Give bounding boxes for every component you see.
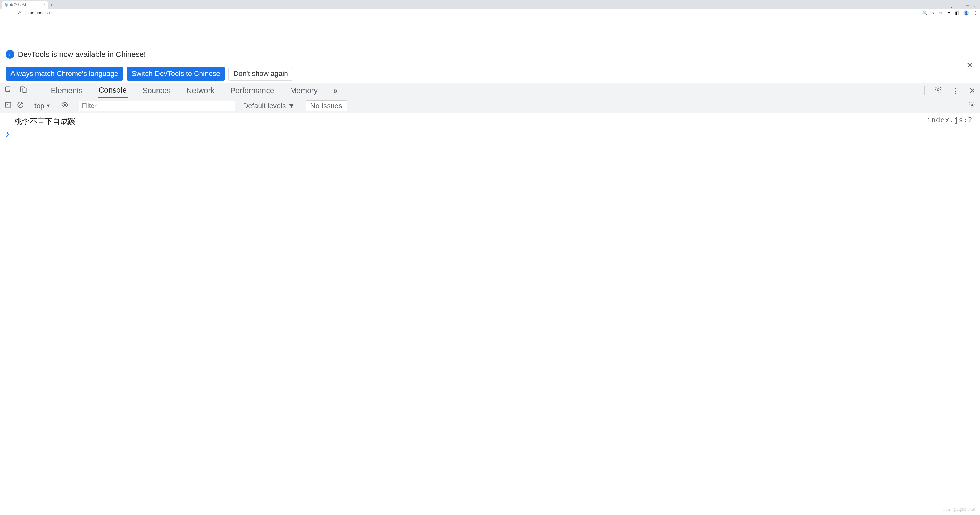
chevron-down-icon: ▼ bbox=[288, 102, 295, 110]
devtools-panel: i DevTools is now available in Chinese! … bbox=[0, 45, 980, 139]
forward-icon[interactable]: → bbox=[10, 11, 14, 15]
clear-console-icon[interactable] bbox=[17, 101, 24, 110]
language-notice: i DevTools is now available in Chinese! … bbox=[0, 45, 980, 82]
close-icon[interactable]: ✕ bbox=[966, 61, 973, 70]
tab-sources[interactable]: Sources bbox=[142, 83, 172, 98]
maximize-icon[interactable]: ☐ bbox=[966, 5, 969, 9]
globe-icon: 🌐 bbox=[5, 3, 8, 6]
dismiss-button[interactable]: Don't show again bbox=[229, 67, 293, 81]
page-viewport bbox=[0, 17, 980, 45]
sidebar-toggle-icon[interactable] bbox=[5, 101, 12, 110]
log-source-link[interactable]: index.js:2 bbox=[927, 116, 972, 124]
bookmark-icon[interactable]: ☆ bbox=[939, 11, 943, 15]
switch-language-button[interactable]: Switch DevTools to Chinese bbox=[127, 67, 225, 81]
console-log-row: 桃李不言下自成蹊 index.js:2 bbox=[0, 115, 980, 128]
divider bbox=[300, 101, 301, 110]
close-window-icon[interactable]: × bbox=[974, 5, 976, 9]
log-levels-selector[interactable]: Default levels ▼ bbox=[243, 102, 295, 110]
gear-icon[interactable] bbox=[968, 101, 975, 110]
log-message: 桃李不言下自成蹊 bbox=[13, 116, 77, 127]
console-output: 桃李不言下自成蹊 index.js:2 ❯ bbox=[0, 113, 980, 139]
url-host: localhost bbox=[30, 11, 43, 15]
console-prompt[interactable]: ❯ bbox=[0, 128, 980, 139]
tab-memory[interactable]: Memory bbox=[289, 83, 318, 98]
notice-message: DevTools is now available in Chinese! bbox=[18, 50, 146, 59]
share-icon[interactable]: < bbox=[932, 11, 935, 15]
divider bbox=[29, 101, 29, 110]
context-selector[interactable]: top ▼ bbox=[35, 102, 51, 110]
levels-label: Default levels bbox=[243, 102, 286, 110]
new-tab-button[interactable]: + bbox=[48, 2, 55, 9]
tab-network[interactable]: Network bbox=[185, 83, 215, 98]
svg-point-7 bbox=[64, 104, 66, 106]
filter-input[interactable] bbox=[79, 101, 235, 111]
tab-overflow[interactable]: » bbox=[332, 83, 339, 98]
gear-icon[interactable] bbox=[934, 86, 942, 95]
csdn-watermark: CSDN @李昊哲-小课 bbox=[942, 508, 975, 512]
close-icon[interactable]: × bbox=[43, 3, 45, 7]
svg-line-6 bbox=[19, 103, 22, 106]
zoom-icon[interactable]: 🔍 bbox=[923, 11, 928, 15]
issues-button[interactable]: No Issues bbox=[305, 100, 347, 111]
svg-rect-2 bbox=[23, 88, 26, 92]
profile-avatar-icon[interactable]: 👤 bbox=[964, 11, 969, 16]
prompt-caret-icon: ❯ bbox=[6, 130, 10, 138]
tab-performance[interactable]: Performance bbox=[229, 83, 275, 98]
console-toolbar: top ▼ Default levels ▼ No Issues bbox=[0, 98, 980, 113]
chevron-down-icon: ▼ bbox=[46, 103, 51, 108]
extensions-icon[interactable]: ✦ bbox=[947, 11, 951, 15]
inspect-icon[interactable] bbox=[5, 86, 12, 95]
url-port: :3000 bbox=[45, 11, 53, 15]
toolbar-right: 🔍 < ☆ ✦ ◧ 👤 ⋮ bbox=[923, 11, 977, 16]
info-icon[interactable]: i bbox=[25, 11, 29, 15]
tab-console[interactable]: Console bbox=[97, 82, 128, 98]
window-controls: ⌄ — ☐ × bbox=[950, 5, 978, 9]
divider bbox=[56, 101, 56, 110]
minimize-icon[interactable]: — bbox=[958, 5, 961, 9]
kebab-menu-icon[interactable]: ⋮ bbox=[974, 11, 977, 15]
sidepanel-icon[interactable]: ◧ bbox=[955, 11, 959, 15]
divider bbox=[352, 101, 352, 110]
close-icon[interactable]: ✕ bbox=[969, 86, 975, 95]
tab-title: 李昊哲-小课 bbox=[10, 3, 27, 7]
kebab-menu-icon[interactable]: ⋮ bbox=[952, 86, 959, 95]
svg-point-3 bbox=[937, 89, 939, 91]
tab-elements[interactable]: Elements bbox=[50, 83, 84, 98]
address-bar: ← → ⟳ i localhost:3000 🔍 < ☆ ✦ ◧ 👤 ⋮ bbox=[0, 9, 980, 17]
context-label: top bbox=[35, 102, 45, 110]
reload-icon[interactable]: ⟳ bbox=[18, 11, 21, 15]
info-icon: i bbox=[6, 50, 14, 59]
device-toggle-icon[interactable] bbox=[19, 86, 27, 95]
divider bbox=[74, 101, 74, 110]
eye-icon[interactable] bbox=[61, 101, 69, 110]
svg-point-8 bbox=[971, 104, 973, 106]
back-icon[interactable]: ← bbox=[3, 11, 6, 15]
divider bbox=[34, 86, 35, 95]
text-cursor bbox=[14, 130, 14, 138]
devtools-tab-bar: Elements Console Sources Network Perform… bbox=[0, 82, 980, 98]
browser-tab[interactable]: 🌐 李昊哲-小课 × bbox=[2, 1, 48, 9]
chevron-down-icon[interactable]: ⌄ bbox=[950, 5, 953, 9]
tab-strip: 🌐 李昊哲-小课 × + ⌄ — ☐ × bbox=[0, 0, 980, 9]
always-match-button[interactable]: Always match Chrome's language bbox=[6, 67, 123, 81]
url-box[interactable]: i localhost:3000 bbox=[25, 11, 53, 15]
